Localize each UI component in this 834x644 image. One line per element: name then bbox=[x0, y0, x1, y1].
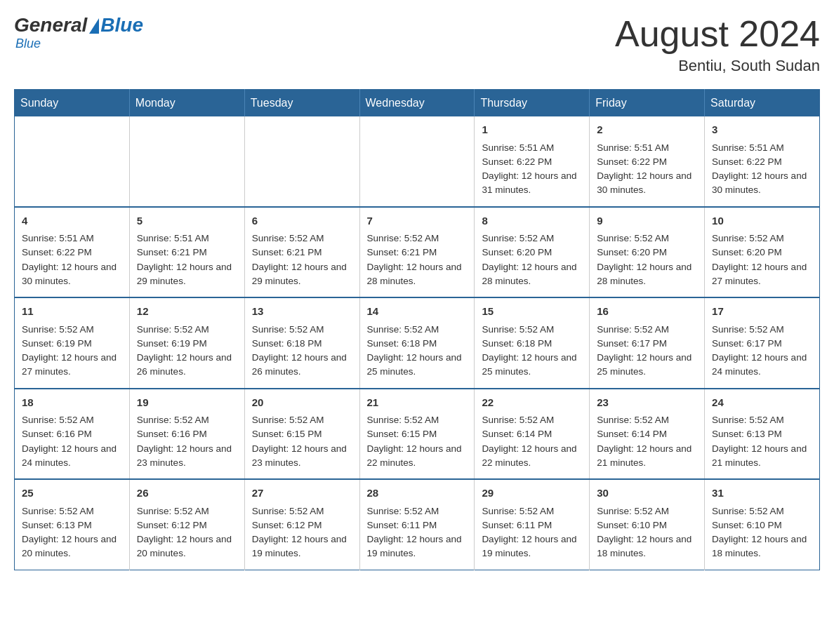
sunrise-text: Sunrise: 5:52 AM bbox=[137, 415, 209, 425]
day-number: 12 bbox=[137, 304, 237, 320]
day-number: 25 bbox=[22, 485, 122, 502]
sunset-text: Sunset: 6:20 PM bbox=[482, 247, 552, 257]
col-monday: Monday bbox=[129, 90, 244, 117]
sunrise-text: Sunrise: 5:52 AM bbox=[482, 415, 554, 425]
sunrise-text: Sunrise: 5:52 AM bbox=[252, 506, 324, 516]
day-number: 1 bbox=[482, 122, 582, 138]
sunrise-text: Sunrise: 5:51 AM bbox=[22, 233, 94, 243]
calendar-cell: 15Sunrise: 5:52 AMSunset: 6:18 PMDayligh… bbox=[475, 297, 590, 389]
sunrise-text: Sunrise: 5:52 AM bbox=[22, 506, 94, 516]
sunrise-text: Sunrise: 5:52 AM bbox=[367, 506, 439, 516]
daylight-text: Daylight: 12 hours and 30 minutes. bbox=[22, 262, 117, 286]
logo: General Blue Blue bbox=[14, 14, 143, 51]
sunset-text: Sunset: 6:22 PM bbox=[712, 156, 782, 167]
day-number: 8 bbox=[482, 213, 582, 229]
sunrise-text: Sunrise: 5:51 AM bbox=[137, 233, 209, 243]
sunset-text: Sunset: 6:11 PM bbox=[482, 520, 552, 530]
sunset-text: Sunset: 6:21 PM bbox=[367, 247, 437, 257]
day-number: 11 bbox=[22, 304, 122, 320]
daylight-text: Daylight: 12 hours and 24 minutes. bbox=[22, 443, 117, 468]
col-saturday: Saturday bbox=[705, 90, 820, 117]
calendar-week-row: 11Sunrise: 5:52 AMSunset: 6:19 PMDayligh… bbox=[15, 297, 820, 389]
calendar-cell: 26Sunrise: 5:52 AMSunset: 6:12 PMDayligh… bbox=[129, 479, 244, 570]
day-number: 19 bbox=[137, 395, 237, 411]
calendar-cell bbox=[359, 116, 475, 207]
sunrise-text: Sunrise: 5:52 AM bbox=[597, 324, 669, 335]
calendar-cell: 29Sunrise: 5:52 AMSunset: 6:11 PMDayligh… bbox=[475, 479, 590, 570]
daylight-text: Daylight: 12 hours and 18 minutes. bbox=[712, 534, 807, 558]
calendar-header-row: Sunday Monday Tuesday Wednesday Thursday… bbox=[15, 90, 820, 117]
day-number: 6 bbox=[252, 213, 352, 229]
calendar-cell: 12Sunrise: 5:52 AMSunset: 6:19 PMDayligh… bbox=[129, 297, 244, 389]
day-number: 16 bbox=[597, 304, 697, 320]
calendar-cell: 20Sunrise: 5:52 AMSunset: 6:15 PMDayligh… bbox=[244, 389, 359, 480]
day-number: 22 bbox=[482, 395, 582, 411]
sunrise-text: Sunrise: 5:52 AM bbox=[367, 233, 439, 243]
daylight-text: Daylight: 12 hours and 27 minutes. bbox=[22, 352, 117, 377]
sunrise-text: Sunrise: 5:52 AM bbox=[712, 506, 784, 516]
sunrise-text: Sunrise: 5:52 AM bbox=[252, 324, 324, 335]
calendar-cell: 18Sunrise: 5:52 AMSunset: 6:16 PMDayligh… bbox=[15, 389, 130, 480]
calendar-cell: 10Sunrise: 5:52 AMSunset: 6:20 PMDayligh… bbox=[705, 207, 820, 298]
sunrise-text: Sunrise: 5:52 AM bbox=[597, 233, 669, 243]
daylight-text: Daylight: 12 hours and 26 minutes. bbox=[137, 352, 232, 377]
sunset-text: Sunset: 6:22 PM bbox=[22, 247, 92, 257]
calendar-cell: 28Sunrise: 5:52 AMSunset: 6:11 PMDayligh… bbox=[359, 479, 475, 570]
calendar-cell: 21Sunrise: 5:52 AMSunset: 6:15 PMDayligh… bbox=[359, 389, 475, 480]
calendar-cell: 8Sunrise: 5:52 AMSunset: 6:20 PMDaylight… bbox=[475, 207, 590, 298]
calendar-cell: 4Sunrise: 5:51 AMSunset: 6:22 PMDaylight… bbox=[15, 207, 130, 298]
day-number: 27 bbox=[252, 485, 352, 502]
sunrise-text: Sunrise: 5:51 AM bbox=[712, 142, 784, 153]
sunset-text: Sunset: 6:21 PM bbox=[252, 247, 322, 257]
day-number: 23 bbox=[597, 395, 697, 411]
calendar-week-row: 1Sunrise: 5:51 AMSunset: 6:22 PMDaylight… bbox=[15, 116, 820, 207]
day-number: 10 bbox=[712, 213, 812, 229]
calendar-cell: 25Sunrise: 5:52 AMSunset: 6:13 PMDayligh… bbox=[15, 479, 130, 570]
daylight-text: Daylight: 12 hours and 30 minutes. bbox=[712, 170, 807, 195]
day-number: 28 bbox=[367, 485, 468, 502]
day-number: 26 bbox=[137, 485, 237, 502]
calendar-cell: 3Sunrise: 5:51 AMSunset: 6:22 PMDaylight… bbox=[705, 116, 820, 207]
day-number: 3 bbox=[712, 122, 812, 138]
sunset-text: Sunset: 6:22 PM bbox=[482, 156, 552, 167]
location-label: Bentiu, South Sudan bbox=[615, 57, 820, 75]
sunset-text: Sunset: 6:13 PM bbox=[22, 520, 92, 530]
daylight-text: Daylight: 12 hours and 20 minutes. bbox=[22, 534, 117, 558]
daylight-text: Daylight: 12 hours and 25 minutes. bbox=[482, 352, 576, 377]
sunrise-text: Sunrise: 5:52 AM bbox=[367, 324, 439, 335]
daylight-text: Daylight: 12 hours and 27 minutes. bbox=[712, 262, 807, 286]
calendar-week-row: 4Sunrise: 5:51 AMSunset: 6:22 PMDaylight… bbox=[15, 207, 820, 298]
sunset-text: Sunset: 6:10 PM bbox=[712, 520, 782, 530]
calendar-cell: 31Sunrise: 5:52 AMSunset: 6:10 PMDayligh… bbox=[705, 479, 820, 570]
logo-subtitle: Blue bbox=[15, 36, 41, 51]
sunrise-text: Sunrise: 5:52 AM bbox=[482, 324, 554, 335]
sunrise-text: Sunrise: 5:52 AM bbox=[712, 324, 784, 335]
sunrise-text: Sunrise: 5:51 AM bbox=[482, 142, 554, 153]
daylight-text: Daylight: 12 hours and 26 minutes. bbox=[252, 352, 347, 377]
daylight-text: Daylight: 12 hours and 25 minutes. bbox=[597, 352, 691, 377]
calendar-cell: 17Sunrise: 5:52 AMSunset: 6:17 PMDayligh… bbox=[705, 297, 820, 389]
daylight-text: Daylight: 12 hours and 23 minutes. bbox=[137, 443, 232, 468]
calendar-cell: 16Sunrise: 5:52 AMSunset: 6:17 PMDayligh… bbox=[590, 297, 705, 389]
day-number: 20 bbox=[252, 395, 352, 411]
day-number: 30 bbox=[597, 485, 697, 502]
calendar-cell: 11Sunrise: 5:52 AMSunset: 6:19 PMDayligh… bbox=[15, 297, 130, 389]
col-thursday: Thursday bbox=[475, 90, 590, 117]
calendar-week-row: 25Sunrise: 5:52 AMSunset: 6:13 PMDayligh… bbox=[15, 479, 820, 570]
calendar-cell: 23Sunrise: 5:52 AMSunset: 6:14 PMDayligh… bbox=[590, 389, 705, 480]
sunset-text: Sunset: 6:12 PM bbox=[252, 520, 322, 530]
daylight-text: Daylight: 12 hours and 22 minutes. bbox=[482, 443, 576, 468]
day-number: 5 bbox=[137, 213, 237, 229]
daylight-text: Daylight: 12 hours and 22 minutes. bbox=[367, 443, 462, 468]
col-friday: Friday bbox=[590, 90, 705, 117]
col-wednesday: Wednesday bbox=[359, 90, 475, 117]
sunset-text: Sunset: 6:19 PM bbox=[137, 338, 207, 349]
daylight-text: Daylight: 12 hours and 24 minutes. bbox=[712, 352, 807, 377]
col-sunday: Sunday bbox=[15, 90, 130, 117]
sunrise-text: Sunrise: 5:52 AM bbox=[137, 324, 209, 335]
sunset-text: Sunset: 6:14 PM bbox=[597, 429, 667, 439]
sunset-text: Sunset: 6:12 PM bbox=[137, 520, 207, 530]
day-number: 24 bbox=[712, 395, 812, 411]
sunrise-text: Sunrise: 5:52 AM bbox=[252, 415, 324, 425]
daylight-text: Daylight: 12 hours and 19 minutes. bbox=[367, 534, 462, 558]
